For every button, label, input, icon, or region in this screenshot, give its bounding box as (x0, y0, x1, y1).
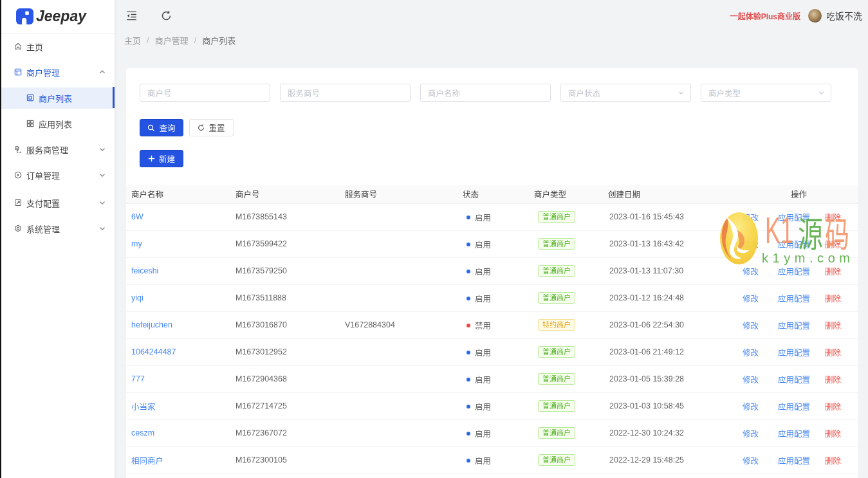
svg-text:码: 码 (825, 216, 849, 254)
svg-text:K1: K1 (765, 210, 793, 251)
svg-text:源: 源 (798, 216, 823, 254)
